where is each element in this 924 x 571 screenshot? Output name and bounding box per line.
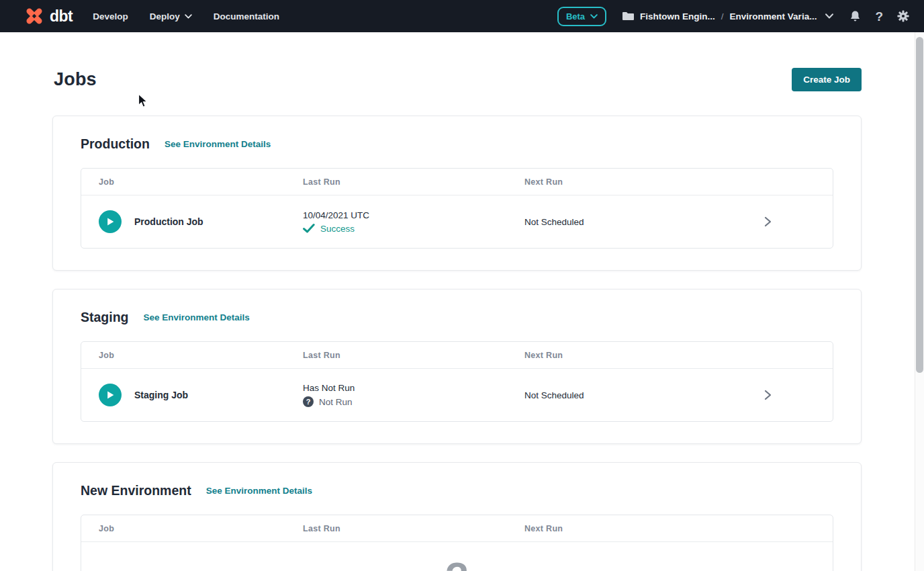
- last-run-date: 10/04/2021 UTC: [303, 210, 524, 220]
- column-header-next-run: Next Run: [524, 177, 833, 187]
- scrollbar-thumb[interactable]: [916, 37, 923, 373]
- page-header: Jobs Create Job: [52, 66, 862, 93]
- environment-header: New Environment See Environment Details: [81, 483, 833, 498]
- environment-header: Staging See Environment Details: [81, 310, 833, 325]
- primary-nav: Develop Deploy Documentation: [93, 11, 279, 21]
- notifications-button[interactable]: [849, 10, 861, 23]
- nav-left: dbt Develop Deploy Documentation: [24, 6, 279, 26]
- job-row-staging-job[interactable]: Staging Job Has Not Run ? Not Run Not Sc…: [81, 369, 833, 421]
- environment-name: New Environment: [81, 483, 191, 498]
- job-table-header: Job Last Run Next Run: [81, 515, 833, 542]
- column-header-job: Job: [81, 177, 303, 187]
- job-table: Job Last Run Next Run Production Job 10/…: [81, 168, 833, 249]
- status-label: Success: [320, 224, 355, 234]
- beta-label: Beta: [566, 11, 585, 21]
- page-title: Jobs: [52, 69, 97, 90]
- chevron-down-icon: [825, 13, 833, 19]
- create-job-button[interactable]: Create Job: [792, 68, 862, 91]
- column-header-last-run: Last Run: [303, 351, 524, 360]
- next-run-value: Not Scheduled: [524, 217, 763, 227]
- see-environment-details-link[interactable]: See Environment Details: [206, 486, 312, 496]
- nav-item-documentation[interactable]: Documentation: [214, 11, 279, 21]
- last-run-status: Success: [303, 224, 524, 234]
- top-nav: dbt Develop Deploy Documentation Beta: [0, 0, 924, 32]
- chevron-right-icon[interactable]: [763, 216, 772, 228]
- nav-icon-group: ?: [849, 10, 909, 23]
- dbt-logo-text: dbt: [50, 9, 73, 24]
- main-content: Jobs Create Job Production See Environme…: [0, 66, 924, 571]
- column-header-next-run: Next Run: [524, 524, 833, 533]
- see-environment-details-link[interactable]: See Environment Details: [144, 312, 250, 322]
- dbt-logo[interactable]: dbt: [24, 6, 73, 26]
- breadcrumb-separator: /: [721, 11, 724, 21]
- nav-item-deploy-label: Deploy: [150, 11, 180, 21]
- beta-dropdown[interactable]: Beta: [557, 7, 606, 26]
- environment-card-staging: Staging See Environment Details Job Last…: [52, 289, 862, 444]
- column-header-job: Job: [81, 351, 303, 360]
- environment-card-production: Production See Environment Details Job L…: [52, 116, 862, 271]
- environment-header: Production See Environment Details: [81, 136, 833, 152]
- environment-name: Production: [81, 136, 150, 152]
- scrollbar[interactable]: [915, 32, 924, 571]
- environment-name: Staging: [81, 310, 129, 325]
- help-icon: ?: [875, 10, 883, 23]
- breadcrumb-project[interactable]: Fishtown Engin...: [640, 11, 715, 21]
- column-header-last-run: Last Run: [303, 524, 524, 533]
- nav-item-develop[interactable]: Develop: [93, 11, 128, 21]
- last-run-date: Has Not Run: [303, 383, 524, 393]
- nav-item-develop-label: Develop: [93, 11, 128, 21]
- settings-button[interactable]: [897, 10, 909, 22]
- play-icon: [105, 390, 115, 400]
- play-icon: [105, 217, 115, 226]
- success-check-icon: [303, 224, 315, 233]
- job-table: Job Last Run Next Run Staging Job Has No…: [81, 341, 833, 422]
- run-job-button[interactable]: [99, 384, 122, 406]
- column-header-job: Job: [81, 524, 303, 533]
- environment-card-new-environment: New Environment See Environment Details …: [52, 462, 862, 571]
- column-header-next-run: Next Run: [524, 351, 833, 360]
- chevron-right-icon[interactable]: [763, 389, 772, 401]
- gear-icon: [897, 10, 909, 22]
- job-table-header: Job Last Run Next Run: [81, 342, 833, 369]
- job-name: Production Job: [134, 216, 203, 227]
- job-table-header: Job Last Run Next Run: [81, 169, 833, 195]
- breadcrumb-section[interactable]: Environment Varia...: [730, 11, 817, 21]
- see-environment-details-link[interactable]: See Environment Details: [165, 139, 271, 149]
- run-job-button[interactable]: [99, 210, 122, 233]
- question-circle-icon: ?: [303, 396, 314, 407]
- help-button[interactable]: ?: [875, 10, 883, 23]
- job-table: Job Last Run Next Run ?: [81, 515, 833, 571]
- chevron-down-icon: [185, 14, 192, 19]
- job-name: Staging Job: [134, 390, 188, 400]
- last-run-status: ? Not Run: [303, 396, 524, 407]
- bell-icon: [849, 10, 861, 23]
- nav-right: Beta Fishtown Engin... / Environment Var…: [557, 7, 909, 26]
- job-row-production-job[interactable]: Production Job 10/04/2021 UTC Success No…: [81, 195, 833, 248]
- column-header-last-run: Last Run: [303, 177, 524, 187]
- status-label: Not Run: [319, 397, 353, 407]
- chevron-down-icon: [590, 14, 598, 19]
- question-circle-icon: ?: [445, 557, 469, 571]
- folder-icon: [622, 11, 634, 21]
- dbt-logo-icon: [24, 6, 44, 26]
- empty-state: ?: [81, 542, 833, 571]
- nav-item-documentation-label: Documentation: [214, 11, 279, 21]
- next-run-value: Not Scheduled: [524, 390, 763, 400]
- breadcrumb[interactable]: Fishtown Engin... / Environment Varia...: [622, 11, 833, 21]
- nav-item-deploy[interactable]: Deploy: [150, 11, 192, 21]
